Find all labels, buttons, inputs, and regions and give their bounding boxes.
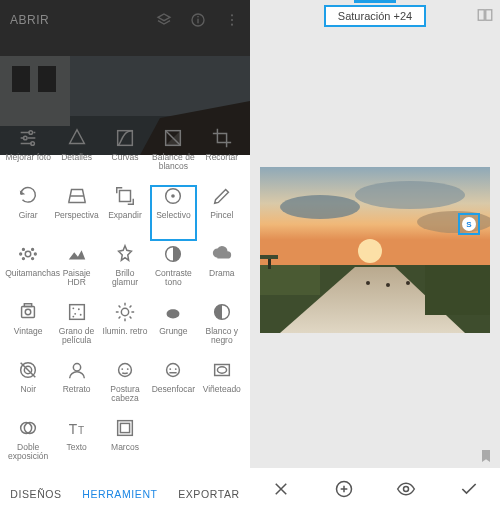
tool-text[interactable]: TTTexto <box>52 416 100 474</box>
tool-bw[interactable]: Blanco y negro <box>198 300 246 358</box>
tool-portrait[interactable]: Retrato <box>52 358 100 416</box>
svg-rect-1 <box>197 19 198 24</box>
svg-marker-28 <box>68 250 85 259</box>
tab-tools[interactable]: HERRAMIENT <box>82 488 157 500</box>
tool-grain[interactable]: Grano de película <box>52 300 100 358</box>
svg-point-75 <box>404 487 409 492</box>
tool-label: Blanco y negro <box>199 327 245 346</box>
tool-rotate[interactable]: Girar <box>4 184 52 242</box>
svg-point-25 <box>32 257 34 259</box>
svg-point-23 <box>32 248 34 250</box>
svg-point-38 <box>72 315 74 317</box>
svg-point-24 <box>23 257 25 259</box>
tool-crop[interactable]: Recortar <box>198 126 246 184</box>
tool-headpose[interactable]: Postura cabeza <box>101 358 149 416</box>
selective-icon <box>162 184 184 208</box>
add-point-button[interactable] <box>324 469 364 509</box>
tab-designs[interactable]: DISEÑOS <box>10 488 61 500</box>
tab-export[interactable]: EXPORTAR <box>178 488 240 500</box>
svg-point-22 <box>23 248 25 250</box>
tool-noir[interactable]: Noir <box>4 358 52 416</box>
tool-tonal[interactable]: Contraste tono <box>149 242 197 300</box>
tool-label: Desenfocar <box>152 385 195 394</box>
tool-vignette[interactable]: Viñeteado <box>198 358 246 416</box>
svg-point-73 <box>406 281 410 285</box>
svg-point-35 <box>78 308 80 310</box>
info-icon[interactable] <box>190 12 206 28</box>
tool-blur[interactable]: Desenfocar <box>149 358 197 416</box>
active-indicator <box>354 0 396 3</box>
svg-rect-68 <box>425 265 490 315</box>
tool-glamour[interactable]: Brillo glamur <box>101 242 149 300</box>
svg-rect-2 <box>197 16 198 17</box>
tool-dblexp[interactable]: Doble exposición <box>4 416 52 474</box>
edited-photo[interactable]: S <box>260 167 490 333</box>
tool-curves[interactable]: Curvas <box>101 126 149 184</box>
tools-grid: Mejorar fotoDetallesCurvasBalance de bla… <box>0 118 250 478</box>
tool-details[interactable]: Detalles <box>52 126 100 184</box>
apply-button[interactable] <box>449 469 489 509</box>
expand-icon <box>114 184 136 208</box>
svg-point-45 <box>121 368 123 370</box>
svg-rect-10 <box>38 66 56 92</box>
svg-point-44 <box>119 363 132 376</box>
tool-label: Contraste tono <box>150 269 196 288</box>
retrolux-icon <box>114 300 136 324</box>
svg-rect-67 <box>260 265 320 295</box>
hdr-icon <box>66 242 88 266</box>
tool-healing[interactable]: Quitamanchas <box>4 242 52 300</box>
tool-drama[interactable]: Drama <box>198 242 246 300</box>
svg-point-20 <box>172 194 176 198</box>
tools-pane: ABRIR Mejorar fotoDetallesCurv <box>0 0 250 510</box>
svg-rect-9 <box>12 66 30 92</box>
headpose-icon <box>114 358 136 382</box>
tool-wb[interactable]: Balance de blancos <box>149 126 197 184</box>
frames-icon <box>114 416 136 440</box>
tool-grunge[interactable]: Grunge <box>149 300 197 358</box>
compare-icon[interactable] <box>476 6 494 24</box>
text-icon: TT <box>66 416 88 440</box>
adjustment-value-badge[interactable]: Saturación +24 <box>324 5 426 27</box>
tool-expand[interactable]: Expandir <box>101 184 149 242</box>
tool-label: Postura cabeza <box>102 385 148 404</box>
open-button[interactable]: ABRIR <box>10 13 49 27</box>
bookmark-icon[interactable] <box>478 448 494 464</box>
editor-dimmed-backdrop: ABRIR <box>0 0 250 118</box>
selective-control-point[interactable]: S <box>458 213 480 235</box>
svg-text:T: T <box>68 421 77 436</box>
tool-brush[interactable]: Pincel <box>198 184 246 242</box>
more-icon[interactable] <box>224 12 240 28</box>
tool-vintage[interactable]: Vintage <box>4 300 52 358</box>
layers-icon[interactable] <box>156 12 172 28</box>
grunge-icon <box>162 300 184 324</box>
dblexp-icon <box>17 416 39 440</box>
tool-label: Vintage <box>14 327 43 336</box>
selective-edit-pane: Saturación +24 <box>250 0 500 510</box>
svg-point-49 <box>175 368 177 370</box>
control-point-label: S <box>462 217 476 231</box>
cancel-button[interactable] <box>261 469 301 509</box>
tool-frames[interactable]: Marcos <box>101 416 149 474</box>
noir-icon <box>17 358 39 382</box>
svg-rect-30 <box>22 306 35 317</box>
tool-selective[interactable]: Selectivo <box>149 184 197 242</box>
svg-rect-18 <box>119 190 130 201</box>
tool-label: Detalles <box>61 153 92 162</box>
drama-icon <box>211 242 233 266</box>
tonal-icon <box>162 242 184 266</box>
tool-label: Pincel <box>210 211 233 220</box>
bw-icon <box>211 300 233 324</box>
svg-rect-57 <box>120 423 129 432</box>
svg-rect-59 <box>486 10 492 21</box>
blur-icon <box>162 358 184 382</box>
visibility-button[interactable] <box>386 469 426 509</box>
portrait-icon <box>66 358 88 382</box>
tool-retrolux[interactable]: Ilumin. retro <box>101 300 149 358</box>
tool-tune[interactable]: Mejorar foto <box>4 126 52 184</box>
tool-hdr[interactable]: Paisaje HDR <box>52 242 100 300</box>
canvas-area[interactable]: S <box>250 32 500 468</box>
tool-label: Paisaje HDR <box>54 269 100 288</box>
tool-label: Noir <box>20 385 36 394</box>
tool-persp[interactable]: Perspectiva <box>52 184 100 242</box>
tool-label: Expandir <box>108 211 142 220</box>
